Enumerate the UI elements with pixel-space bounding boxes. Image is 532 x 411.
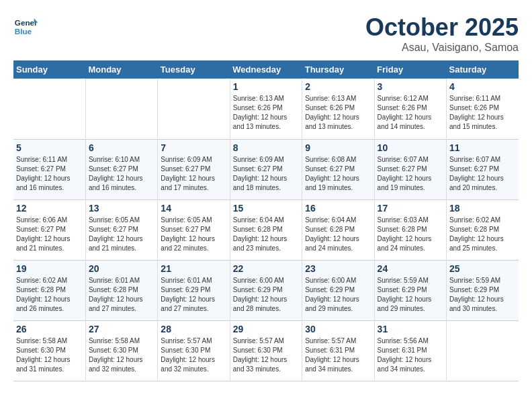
day-number: 7 [161,142,226,153]
day-number: 5 [16,142,83,153]
day-cell: 12Sunrise: 6:06 AM Sunset: 6:27 PM Dayli… [13,199,85,260]
day-number: 9 [305,142,371,153]
week-row-2: 5Sunrise: 6:11 AM Sunset: 6:27 PM Daylig… [13,139,519,199]
day-number: 12 [16,203,83,214]
day-number: 10 [378,142,443,153]
day-number: 26 [16,324,83,334]
day-number: 4 [449,81,516,92]
day-info: Sunrise: 6:02 AM Sunset: 6:28 PM Dayligh… [449,216,516,253]
day-cell: 4Sunrise: 6:11 AM Sunset: 6:26 PM Daylig… [447,79,519,139]
day-info: Sunrise: 6:13 AM Sunset: 6:26 PM Dayligh… [305,94,371,132]
day-info: Sunrise: 6:07 AM Sunset: 6:27 PM Dayligh… [449,155,516,193]
day-info: Sunrise: 6:11 AM Sunset: 6:26 PM Dayligh… [449,94,516,132]
day-number: 11 [449,142,516,153]
day-number: 15 [233,203,299,214]
day-cell: 18Sunrise: 6:02 AM Sunset: 6:28 PM Dayli… [447,199,519,260]
day-cell [85,79,157,139]
day-number: 20 [89,263,154,274]
svg-text:Blue: Blue [15,27,32,36]
weekday-header-saturday: Saturday [447,60,519,79]
week-row-5: 26Sunrise: 5:58 AM Sunset: 6:30 PM Dayli… [13,320,519,381]
day-cell: 25Sunrise: 5:59 AM Sunset: 6:29 PM Dayli… [447,260,519,320]
day-number: 23 [305,263,371,274]
day-cell: 3Sunrise: 6:12 AM Sunset: 6:26 PM Daylig… [374,79,446,139]
weekday-header-row: SundayMondayTuesdayWednesdayThursdayFrid… [13,60,519,79]
day-cell: 15Sunrise: 6:04 AM Sunset: 6:28 PM Dayli… [230,199,302,260]
day-info: Sunrise: 6:04 AM Sunset: 6:28 PM Dayligh… [305,216,371,253]
day-number: 22 [233,263,299,274]
day-cell: 26Sunrise: 5:58 AM Sunset: 6:30 PM Dayli… [13,320,85,381]
day-number: 13 [89,203,154,214]
day-info: Sunrise: 6:09 AM Sunset: 6:27 PM Dayligh… [233,155,299,193]
day-info: Sunrise: 6:02 AM Sunset: 6:28 PM Dayligh… [16,276,83,314]
day-cell: 31Sunrise: 5:56 AM Sunset: 6:31 PM Dayli… [374,320,446,381]
day-info: Sunrise: 6:04 AM Sunset: 6:28 PM Dayligh… [233,216,299,253]
day-cell: 5Sunrise: 6:11 AM Sunset: 6:27 PM Daylig… [13,139,85,199]
day-info: Sunrise: 6:03 AM Sunset: 6:28 PM Dayligh… [378,216,443,253]
day-cell [447,320,519,381]
month-title: October 2025 [365,13,519,42]
day-cell: 6Sunrise: 6:10 AM Sunset: 6:27 PM Daylig… [85,139,157,199]
day-info: Sunrise: 6:05 AM Sunset: 6:27 PM Dayligh… [161,216,226,253]
day-cell: 23Sunrise: 6:00 AM Sunset: 6:29 PM Dayli… [302,260,374,320]
day-cell: 19Sunrise: 6:02 AM Sunset: 6:28 PM Dayli… [13,260,85,320]
day-info: Sunrise: 6:01 AM Sunset: 6:28 PM Dayligh… [89,276,154,314]
day-info: Sunrise: 6:10 AM Sunset: 6:27 PM Dayligh… [89,155,154,193]
day-cell: 13Sunrise: 6:05 AM Sunset: 6:27 PM Dayli… [85,199,157,260]
day-number: 29 [233,324,299,334]
weekday-header-tuesday: Tuesday [158,60,230,79]
location: Asau, Vaisigano, Samoa [365,42,519,54]
day-cell: 20Sunrise: 6:01 AM Sunset: 6:28 PM Dayli… [85,260,157,320]
day-number: 16 [305,203,371,214]
day-info: Sunrise: 6:00 AM Sunset: 6:29 PM Dayligh… [305,276,371,314]
weekday-header-wednesday: Wednesday [230,60,302,79]
day-number: 18 [449,203,516,214]
day-cell: 27Sunrise: 5:58 AM Sunset: 6:30 PM Dayli… [85,320,157,381]
day-info: Sunrise: 5:59 AM Sunset: 6:29 PM Dayligh… [449,276,516,314]
day-info: Sunrise: 6:06 AM Sunset: 6:27 PM Dayligh… [16,216,83,253]
day-number: 31 [378,324,443,334]
day-info: Sunrise: 6:01 AM Sunset: 6:29 PM Dayligh… [161,276,226,314]
day-info: Sunrise: 5:57 AM Sunset: 6:30 PM Dayligh… [161,336,226,374]
day-number: 28 [161,324,226,334]
day-info: Sunrise: 5:57 AM Sunset: 6:30 PM Dayligh… [233,336,299,374]
weekday-header-friday: Friday [374,60,446,79]
day-info: Sunrise: 6:00 AM Sunset: 6:29 PM Dayligh… [233,276,299,314]
day-cell: 21Sunrise: 6:01 AM Sunset: 6:29 PM Dayli… [158,260,230,320]
week-row-1: 1Sunrise: 6:13 AM Sunset: 6:26 PM Daylig… [13,79,519,139]
day-number: 30 [305,324,371,334]
day-number: 21 [161,263,226,274]
day-cell: 28Sunrise: 5:57 AM Sunset: 6:30 PM Dayli… [158,320,230,381]
day-cell: 29Sunrise: 5:57 AM Sunset: 6:30 PM Dayli… [230,320,302,381]
day-number: 27 [89,324,154,334]
day-cell: 22Sunrise: 6:00 AM Sunset: 6:29 PM Dayli… [230,260,302,320]
calendar-table: SundayMondayTuesdayWednesdayThursdayFrid… [13,60,519,381]
title-area: October 2025 Asau, Vaisigano, Samoa [365,13,519,54]
day-cell [158,79,230,139]
day-cell: 2Sunrise: 6:13 AM Sunset: 6:26 PM Daylig… [302,79,374,139]
day-cell [13,79,85,139]
day-cell: 9Sunrise: 6:08 AM Sunset: 6:27 PM Daylig… [302,139,374,199]
day-cell: 11Sunrise: 6:07 AM Sunset: 6:27 PM Dayli… [447,139,519,199]
day-info: Sunrise: 6:07 AM Sunset: 6:27 PM Dayligh… [378,155,443,193]
day-number: 19 [16,263,83,274]
day-cell: 24Sunrise: 5:59 AM Sunset: 6:29 PM Dayli… [374,260,446,320]
day-info: Sunrise: 5:56 AM Sunset: 6:31 PM Dayligh… [378,336,443,374]
day-cell: 14Sunrise: 6:05 AM Sunset: 6:27 PM Dayli… [158,199,230,260]
day-info: Sunrise: 5:58 AM Sunset: 6:30 PM Dayligh… [16,336,83,374]
day-number: 8 [233,142,299,153]
day-info: Sunrise: 6:09 AM Sunset: 6:27 PM Dayligh… [161,155,226,193]
day-number: 25 [449,263,516,274]
day-cell: 16Sunrise: 6:04 AM Sunset: 6:28 PM Dayli… [302,199,374,260]
day-info: Sunrise: 5:57 AM Sunset: 6:31 PM Dayligh… [305,336,371,374]
week-row-4: 19Sunrise: 6:02 AM Sunset: 6:28 PM Dayli… [13,260,519,320]
day-info: Sunrise: 6:12 AM Sunset: 6:26 PM Dayligh… [378,94,443,132]
day-cell: 30Sunrise: 5:57 AM Sunset: 6:31 PM Dayli… [302,320,374,381]
day-number: 6 [89,142,154,153]
day-info: Sunrise: 6:05 AM Sunset: 6:27 PM Dayligh… [89,216,154,253]
day-info: Sunrise: 5:58 AM Sunset: 6:30 PM Dayligh… [89,336,154,374]
day-info: Sunrise: 6:08 AM Sunset: 6:27 PM Dayligh… [305,155,371,193]
day-cell: 1Sunrise: 6:13 AM Sunset: 6:26 PM Daylig… [230,79,302,139]
page-header: General Blue October 2025 Asau, Vaisigan… [13,13,519,54]
day-number: 24 [378,263,443,274]
